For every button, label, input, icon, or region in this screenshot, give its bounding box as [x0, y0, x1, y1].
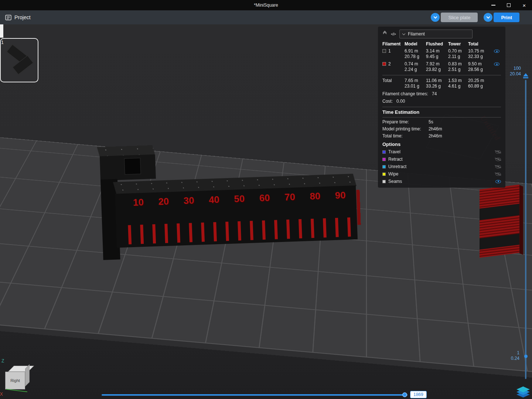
eye-icon[interactable] — [494, 62, 499, 66]
model-tower — [100, 154, 156, 181]
eye-icon[interactable] — [495, 180, 501, 183]
sliced-model[interactable]: 10 20 30 40 50 60 70 80 90 — [98, 138, 361, 265]
layer-bottom-value: 1 — [501, 350, 519, 356]
layer-slider[interactable] — [525, 80, 526, 379]
slice-group: Slice plate — [431, 13, 478, 22]
menubar-actions: Slice plate Print — [431, 13, 527, 22]
model-number: 90 — [335, 190, 346, 201]
minimize-button[interactable] — [485, 0, 501, 10]
time-value: 5s — [429, 119, 433, 125]
prime-tower[interactable] — [480, 184, 519, 258]
cell-flushed-total: 11.06 m33.26 g — [426, 78, 448, 89]
slice-options-button[interactable] — [431, 13, 440, 22]
option-color-swatch — [382, 158, 386, 161]
layer-slider-handle[interactable] — [522, 73, 529, 81]
cost-row: Cost: 0.00 — [382, 99, 501, 104]
time-row: Prepare time: 5s — [382, 119, 501, 125]
eye-icon[interactable] — [495, 165, 501, 168]
model-number: 60 — [259, 192, 270, 204]
option-row-travel: Travel — [382, 149, 501, 154]
cube-top-face[interactable] — [8, 366, 34, 372]
time-label: Prepare time: — [382, 119, 429, 125]
maximize-button[interactable] — [501, 0, 516, 10]
move-slider[interactable] — [102, 394, 407, 396]
time-row: Model printing time: 2h46m — [382, 126, 501, 132]
plate-thumbnail-model — [7, 46, 33, 74]
time-row: Total time: 2h46m — [382, 133, 501, 139]
option-row-retract: Retract — [382, 157, 501, 162]
navigation-cube[interactable]: Z Right X — [3, 364, 36, 399]
filament-row-id: 1 — [382, 48, 405, 54]
project-menu-icon — [5, 15, 11, 20]
move-slider-handle[interactable] — [402, 392, 407, 397]
viewport-3d[interactable]: Untitled 10 20 30 40 50 60 70 80 90 — [0, 24, 532, 399]
menubar: Project Slice plate Print — [0, 10, 532, 24]
cell-tower-total: 1.53 m4.61 g — [448, 78, 468, 89]
option-color-swatch — [382, 173, 386, 176]
chevron-down-icon — [486, 15, 490, 19]
cube-side-face[interactable] — [25, 364, 30, 386]
filament-panel: </> Filament Filament Model Flushed Towe… — [378, 27, 505, 188]
chevron-down-icon — [433, 15, 437, 19]
project-menu[interactable]: Project — [5, 14, 31, 20]
axis-z-label: Z — [1, 358, 4, 364]
options-title: Options — [382, 141, 501, 147]
plate-thumbnail[interactable] — [0, 38, 38, 82]
cost-value: 0.00 — [396, 99, 405, 104]
close-button[interactable]: × — [516, 0, 532, 10]
col-header: Flushed — [426, 41, 448, 47]
layer-slider-bottom-handle[interactable] — [524, 355, 528, 358]
print-options-button[interactable] — [484, 13, 492, 22]
col-header: Model — [405, 41, 426, 47]
option-label: Travel — [388, 149, 400, 154]
filament-change-label: Filament change times: — [382, 91, 428, 96]
col-header: Tower — [448, 41, 468, 47]
cube-front-face[interactable]: Right — [5, 372, 25, 389]
slice-plate-button[interactable]: Slice plate — [441, 13, 478, 22]
view-type-select[interactable]: Filament — [399, 30, 473, 38]
filament-color-swatch — [382, 62, 386, 66]
time-label: Model printing time: — [382, 126, 429, 132]
maximize-icon — [507, 3, 511, 7]
model-number: 70 — [284, 191, 296, 203]
layer-slider-bottom-labels: 1 0.24 — [501, 350, 519, 361]
eye-icon[interactable] — [495, 158, 501, 161]
plate-number-label: 1 — [1, 40, 4, 45]
option-row-unretract: Unretract — [382, 164, 501, 169]
eye-icon[interactable] — [494, 50, 499, 53]
panel-header: </> Filament — [382, 30, 501, 38]
total-row-label: Total — [382, 78, 405, 83]
option-color-swatch — [382, 165, 386, 168]
cell-flushed: 7.92 m23.82 g — [426, 61, 448, 72]
titlebar: *MiniSquare × — [0, 0, 532, 10]
gcode-icon[interactable]: </> — [391, 32, 396, 36]
print-button[interactable]: Print — [494, 13, 519, 22]
cell-total: 9.50 m28.56 g — [468, 61, 494, 72]
model-tower-hole — [124, 158, 141, 175]
time-value: 2h46m — [429, 126, 442, 132]
filament-color-swatch — [382, 49, 386, 53]
cell-total: 10.75 m32.33 g — [468, 48, 494, 59]
filament-id: 2 — [388, 61, 391, 66]
model-number: 50 — [234, 193, 245, 205]
model-number: 30 — [183, 195, 194, 207]
model-front-face: 10 20 30 40 50 60 70 80 90 — [115, 185, 358, 248]
option-label: Wipe — [388, 171, 398, 177]
handle-bar — [523, 77, 528, 78]
option-label: Unretract — [388, 164, 406, 169]
eye-icon[interactable] — [495, 150, 501, 154]
layers-icon[interactable] — [516, 386, 530, 398]
axis-x-label: X — [0, 392, 3, 397]
model-number: 10 — [133, 197, 144, 208]
cost-label: Cost: — [382, 99, 393, 104]
eye-icon[interactable] — [495, 173, 501, 176]
window-title: *MiniSquare — [0, 3, 532, 8]
divider — [382, 75, 501, 75]
collapse-icon[interactable] — [382, 31, 387, 37]
col-header: Filament — [382, 41, 405, 47]
chevron-down-icon — [402, 32, 405, 35]
close-icon: × — [523, 3, 526, 8]
divider — [382, 117, 501, 117]
cell-model: 6.91 m20.78 g — [405, 48, 426, 59]
layer-bottom-height: 0.24 — [501, 356, 519, 361]
